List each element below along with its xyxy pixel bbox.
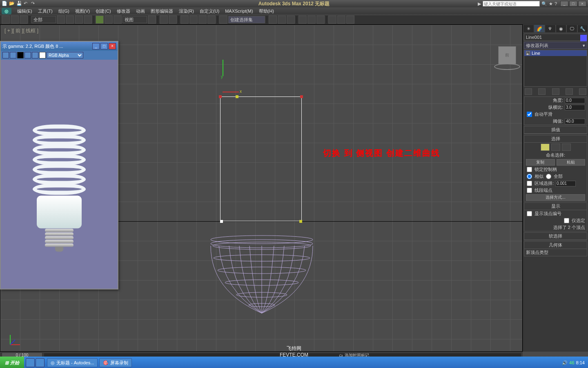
make-unique-icon[interactable] bbox=[552, 88, 559, 95]
star-icon[interactable]: ★ bbox=[549, 1, 553, 7]
close-button[interactable]: × bbox=[578, 1, 586, 7]
render-icon[interactable] bbox=[346, 16, 354, 24]
render-minimize-button[interactable]: _ bbox=[92, 43, 100, 49]
binoculars-icon[interactable]: 🔍 bbox=[541, 1, 547, 7]
gizmo-x-axis[interactable] bbox=[223, 92, 239, 92]
start-button[interactable]: ⊞开始 bbox=[0, 357, 24, 368]
menu-tools[interactable]: 工具(T) bbox=[36, 8, 55, 14]
channel-dropdown[interactable]: RGB Alpha bbox=[47, 52, 83, 58]
pivot-icon[interactable] bbox=[148, 16, 156, 24]
selection-filter-dropdown[interactable]: 全部 bbox=[31, 16, 56, 23]
lockhandles-checkbox[interactable] bbox=[527, 167, 532, 172]
tray-clock[interactable]: 8:14 bbox=[576, 360, 585, 365]
viewcube[interactable]: 前 bbox=[498, 46, 516, 64]
ql-icon-2[interactable] bbox=[36, 358, 45, 367]
tray-icon-1[interactable]: 🔊 bbox=[562, 360, 568, 366]
menu-modifiers[interactable]: 修改器 bbox=[114, 8, 133, 14]
rotate-icon[interactable] bbox=[105, 16, 113, 24]
show-end-result-icon[interactable] bbox=[538, 88, 546, 95]
rollout-disp-header[interactable]: 显示 bbox=[524, 203, 587, 210]
vertex[interactable] bbox=[300, 95, 303, 98]
segend-checkbox[interactable] bbox=[527, 188, 532, 193]
redo-icon[interactable]: ↷ bbox=[31, 1, 37, 7]
vertex[interactable] bbox=[219, 95, 222, 98]
move-icon[interactable] bbox=[96, 16, 104, 24]
select-name-icon[interactable] bbox=[66, 16, 74, 24]
autosmooth-checkbox[interactable] bbox=[527, 112, 532, 117]
curve-editor-icon[interactable] bbox=[298, 16, 307, 24]
aspect-spinner[interactable]: 3.0 bbox=[565, 105, 585, 110]
area-sel-checkbox[interactable] bbox=[527, 181, 532, 186]
maximize-button[interactable]: □ bbox=[569, 1, 577, 7]
spline-subobj-icon[interactable] bbox=[562, 144, 571, 151]
help-icon[interactable]: ? bbox=[555, 1, 557, 6]
area-spinner[interactable]: 0.001 bbox=[555, 181, 576, 186]
window-crossing-icon[interactable] bbox=[84, 16, 92, 24]
edit-named-sel-icon[interactable] bbox=[219, 16, 227, 24]
hierarchy-tab-icon[interactable]: ♆ bbox=[545, 25, 556, 33]
selonly-checkbox[interactable] bbox=[564, 218, 569, 223]
stack-item-line[interactable]: +Line bbox=[524, 50, 587, 56]
rollout-soft-header[interactable]: 软选择 bbox=[524, 233, 587, 240]
render-frame-icon[interactable] bbox=[337, 16, 345, 24]
select-manip-icon[interactable] bbox=[160, 16, 168, 24]
gizmo-y-axis[interactable] bbox=[223, 60, 223, 76]
segment-subobj-icon[interactable] bbox=[551, 144, 560, 151]
menu-help[interactable]: 帮助(H) bbox=[256, 8, 276, 14]
mirror-icon[interactable] bbox=[269, 16, 277, 24]
object-color-swatch[interactable] bbox=[580, 35, 587, 41]
snap-xy-icon[interactable] bbox=[180, 16, 189, 24]
modify-tab-icon[interactable]: 🌈 bbox=[534, 25, 545, 33]
alike-radio[interactable] bbox=[527, 174, 532, 179]
bg-black-swatch[interactable] bbox=[17, 52, 24, 58]
scale-icon[interactable] bbox=[114, 16, 122, 24]
threshold-spinner[interactable]: 40.0 bbox=[565, 119, 585, 124]
task-recorder[interactable]: 🎯屏幕录制 bbox=[99, 358, 132, 367]
configure-sets-icon[interactable] bbox=[579, 88, 586, 95]
app-logo-icon[interactable]: ◎ bbox=[2, 8, 11, 14]
named-sel-dropdown[interactable]: 创建选择集 bbox=[228, 16, 265, 23]
menu-edit[interactable]: 编辑(E) bbox=[15, 8, 35, 14]
render-setup-icon[interactable] bbox=[328, 16, 336, 24]
utilities-tab-icon[interactable]: 🔧 bbox=[577, 25, 588, 33]
select-icon[interactable] bbox=[57, 16, 65, 24]
render-frame-window[interactable]: 示 gamma: 2.2, RGB 颜色 8 ... _ □ × RGB Alp… bbox=[0, 41, 118, 289]
rollout-geom-header[interactable]: 几何体 bbox=[524, 242, 587, 249]
viewport-label[interactable]: [ + ][ 前 ][ 线框 ] bbox=[4, 27, 38, 34]
clone-icon[interactable] bbox=[10, 52, 16, 58]
task-3dsmax[interactable]: ◎无标题 - Autodes... bbox=[47, 358, 98, 367]
vertex-end[interactable] bbox=[220, 220, 223, 223]
modifier-list-dropdown[interactable]: 修改器列表▾ bbox=[524, 42, 587, 49]
save-image-icon[interactable] bbox=[2, 52, 9, 58]
rollout-interp-header[interactable]: 插值 bbox=[524, 126, 587, 134]
copy-button[interactable]: 复制 bbox=[526, 159, 555, 166]
angle-snap-icon[interactable] bbox=[189, 16, 198, 24]
menu-render[interactable]: 渲染(R) bbox=[176, 8, 196, 14]
menu-graph[interactable]: 图形编辑器 bbox=[148, 8, 176, 14]
shownum-checkbox[interactable] bbox=[527, 211, 532, 216]
all-radio[interactable] bbox=[546, 174, 551, 179]
angle-spinner[interactable]: 0.0 bbox=[565, 98, 585, 103]
create-tab-icon[interactable]: ✳ bbox=[523, 25, 534, 33]
paste-button[interactable]: 粘贴 bbox=[557, 159, 586, 166]
new-icon[interactable]: 📄 bbox=[2, 1, 7, 7]
render-close-button[interactable]: × bbox=[109, 43, 116, 49]
save-icon[interactable]: 💾 bbox=[16, 1, 22, 7]
alpha-channel-icon[interactable] bbox=[32, 52, 38, 58]
material-editor-icon[interactable] bbox=[316, 16, 325, 24]
align-icon[interactable] bbox=[278, 16, 286, 24]
select-by-button[interactable]: 选择方式... bbox=[526, 194, 585, 201]
menu-views[interactable]: 视图(V) bbox=[73, 8, 93, 14]
link-icon[interactable] bbox=[2, 16, 10, 24]
render-maximize-button[interactable]: □ bbox=[100, 43, 108, 49]
percent-snap-icon[interactable] bbox=[198, 16, 207, 24]
expand-icon[interactable]: + bbox=[526, 51, 530, 55]
modifier-stack[interactable]: +Line bbox=[524, 50, 587, 87]
motion-tab-icon[interactable]: ◉ bbox=[556, 25, 567, 33]
menu-group[interactable]: 组(G) bbox=[56, 8, 72, 14]
viewcube-ring[interactable] bbox=[494, 63, 520, 70]
minimize-button[interactable]: _ bbox=[560, 1, 568, 7]
render-titlebar[interactable]: 示 gamma: 2.2, RGB 颜色 8 ... _ □ × bbox=[1, 42, 118, 51]
select-region-icon[interactable] bbox=[75, 16, 83, 24]
undo-icon[interactable]: ↶ bbox=[24, 1, 29, 7]
